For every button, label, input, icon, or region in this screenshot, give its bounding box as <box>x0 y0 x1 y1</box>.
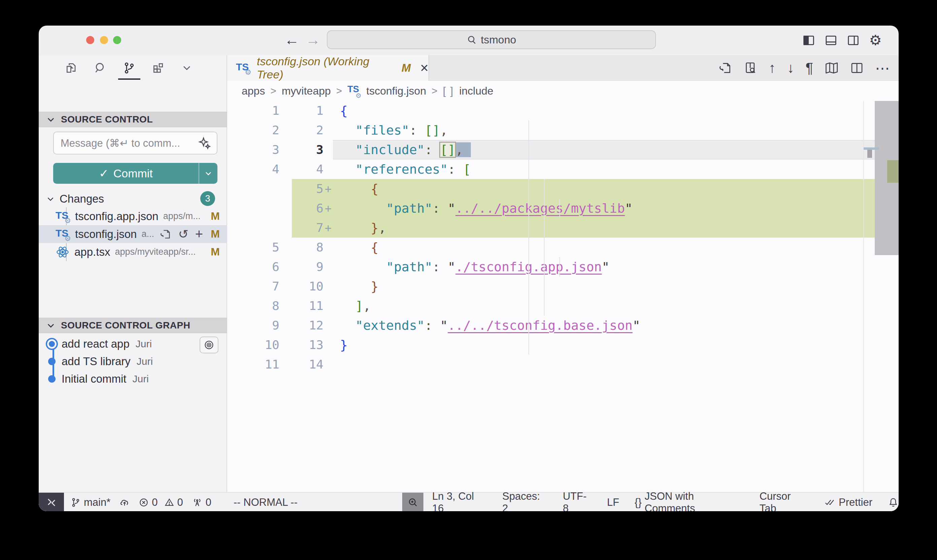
breadcrumb-apps[interactable]: apps <box>242 85 265 97</box>
breadcrumb-tsconfig-json[interactable]: tsconfig.json <box>366 85 426 97</box>
old-line-number <box>227 218 279 238</box>
branch-status-button[interactable]: main* <box>71 496 111 509</box>
problems-button[interactable]: 0 0 <box>138 496 183 509</box>
search-value: tsmono <box>481 34 516 46</box>
code-line[interactable]: 5+ { <box>227 179 899 198</box>
check-icon: ✓ <box>99 166 109 180</box>
zoom-indicator-button[interactable] <box>402 493 423 511</box>
ports-button[interactable]: 0 <box>192 496 211 509</box>
search-sidebar-icon[interactable] <box>94 62 107 74</box>
window-maximize-button[interactable] <box>113 36 121 44</box>
changes-section-header[interactable]: Changes 3 <box>39 191 227 207</box>
goto-commit-target-button[interactable] <box>200 337 218 353</box>
commit-message-input[interactable]: Message (⌘↵ to comm... <box>53 132 217 154</box>
tab-modified-badge: M <box>402 62 411 74</box>
code-line-text: "path": "./tsconfig.app.json" <box>333 257 899 277</box>
discard-changes-icon[interactable]: ↺ <box>178 227 188 241</box>
next-change-icon[interactable]: ↓ <box>787 60 794 76</box>
source-control-section-header[interactable]: SOURCE CONTROL <box>39 112 227 127</box>
stage-changes-icon[interactable]: + <box>195 226 203 242</box>
code-line[interactable]: 710 } <box>227 277 899 296</box>
cursor-position-button[interactable]: Ln 3, Col 16 <box>432 490 487 512</box>
code-line[interactable]: 58 { <box>227 238 899 257</box>
old-line-number: 10 <box>227 335 279 355</box>
old-line-number: 8 <box>227 296 279 316</box>
vim-mode-indicator[interactable]: -- NORMAL -- <box>234 496 297 509</box>
commit-button[interactable]: ✓ Commit <box>53 163 217 184</box>
breadcrumb-include[interactable]: include <box>459 85 493 97</box>
zoom-in-icon <box>408 497 418 508</box>
change-row-tsconfig-json[interactable]: TS⚙ tsconfig.json a... ↺ + M <box>39 225 227 243</box>
map-icon[interactable] <box>825 61 839 75</box>
source-control-graph-section-header[interactable]: SOURCE CONTROL GRAPH <box>39 318 227 333</box>
added-line-plus <box>323 296 333 316</box>
toggle-secondary-sidebar-icon[interactable] <box>847 34 860 47</box>
command-center-search[interactable]: tsmono <box>327 30 656 49</box>
old-line-number: 2 <box>227 120 279 140</box>
open-file-icon[interactable] <box>719 61 732 75</box>
code-line[interactable]: 69 "path": "./tsconfig.app.json" <box>227 257 899 277</box>
commit-row[interactable]: add react app Juri <box>39 335 227 353</box>
navigate-forward-button[interactable]: → <box>306 32 320 48</box>
indentation-button[interactable]: Spaces: 2 <box>502 490 547 512</box>
commit-message-placeholder: Message (⌘↵ to comm... <box>61 137 198 149</box>
code-editor[interactable]: 11{22 "files": [],33 "include": [], 44 "… <box>227 101 899 492</box>
formatter-button[interactable]: Prettier <box>824 496 872 509</box>
toggle-primary-sidebar-icon[interactable] <box>802 34 815 47</box>
code-line[interactable]: 33 "include": [], <box>227 140 899 160</box>
tab-tsconfig-working-tree[interactable]: TS⚙ tsconfig.json (Working Tree) M × <box>227 55 429 81</box>
breadcrumb-separator: > <box>336 85 342 97</box>
sync-changes-button[interactable] <box>119 497 130 508</box>
code-line[interactable]: 11{ <box>227 101 899 120</box>
eol-button[interactable]: LF <box>607 496 619 509</box>
commit-dropdown-button[interactable] <box>198 163 217 184</box>
source-control-icon[interactable] <box>123 62 135 74</box>
error-count: 0 <box>152 496 157 509</box>
breadcrumb-myviteapp[interactable]: myviteapp <box>282 85 331 97</box>
extensions-icon[interactable] <box>152 62 165 74</box>
code-line-text: } <box>333 277 899 296</box>
old-line-number: 11 <box>227 355 279 374</box>
code-line-text: "path": "../../packages/mytslib" <box>333 198 899 218</box>
code-line[interactable]: 44 "references": [ <box>227 160 899 179</box>
code-line[interactable]: 811 ], <box>227 296 899 316</box>
open-file-icon[interactable] <box>160 229 171 240</box>
explorer-icon[interactable] <box>65 62 78 74</box>
change-row-tsconfig-app-json[interactable]: TS⚙ tsconfig.app.json apps/m... M <box>39 207 227 225</box>
toggle-panel-icon[interactable] <box>825 34 837 47</box>
changes-count-badge: 3 <box>200 191 215 206</box>
commit-row[interactable]: Initial commit Juri <box>39 370 227 388</box>
code-line[interactable]: 912 "extends": "../../tsconfig.base.json… <box>227 316 899 335</box>
generate-commit-message-sparkle-icon[interactable] <box>198 136 211 150</box>
tab-close-icon[interactable]: × <box>420 60 428 76</box>
more-actions-icon[interactable]: ⋯ <box>875 60 890 77</box>
overview-cursor-mark <box>864 148 879 150</box>
code-line[interactable]: 6+ "path": "../../packages/mytslib" <box>227 198 899 218</box>
cursor-tab-button[interactable]: Cursor Tab <box>759 490 809 512</box>
cloud-upload-icon <box>119 497 130 508</box>
chevron-down-icon <box>46 194 55 203</box>
code-line[interactable]: 1114 <box>227 355 899 374</box>
window-close-button[interactable] <box>86 36 94 44</box>
inline-diff-view-icon[interactable] <box>743 61 757 75</box>
notifications-bell-button[interactable] <box>888 497 899 508</box>
code-line[interactable]: 22 "files": [], <box>227 120 899 140</box>
code-line-text <box>333 355 899 374</box>
encoding-button[interactable]: UTF-8 <box>563 490 591 512</box>
more-views-chevron-icon[interactable] <box>181 62 193 74</box>
language-mode-button[interactable]: {} JSON with Comments <box>635 490 744 512</box>
code-line[interactable]: 1013} <box>227 335 899 355</box>
new-line-number: 1 <box>292 101 323 120</box>
toggle-whitespace-icon[interactable]: ¶ <box>805 60 813 76</box>
new-line-number: 7 <box>292 218 323 238</box>
change-row-app-tsx[interactable]: app.tsx apps/myviteapp/sr... M <box>39 243 227 261</box>
previous-change-icon[interactable]: ↑ <box>768 60 775 76</box>
code-line[interactable]: 7+ }, <box>227 218 899 238</box>
window-minimize-button[interactable] <box>100 36 108 44</box>
remote-indicator-button[interactable] <box>39 493 64 511</box>
search-icon <box>467 35 477 45</box>
navigate-back-button[interactable]: ← <box>285 32 299 48</box>
settings-gear-icon[interactable]: ⚙ <box>869 33 882 48</box>
commit-row[interactable]: add TS library Juri <box>39 353 227 370</box>
split-editor-icon[interactable] <box>850 61 864 75</box>
